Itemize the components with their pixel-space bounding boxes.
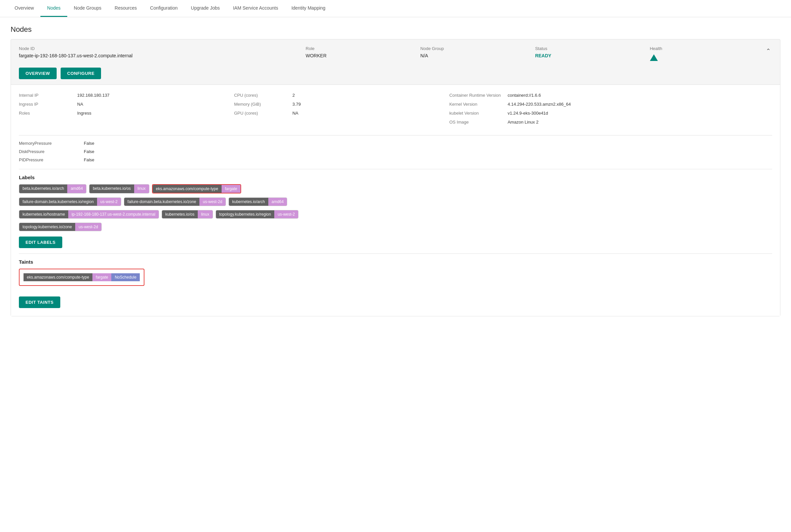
disk-pressure-row: DiskPressure False — [19, 149, 772, 154]
nav-iam-service-accounts[interactable]: IAM Service Accounts — [226, 0, 285, 17]
label-value-9: us-west-2d — [75, 223, 101, 231]
disk-pressure-label: DiskPressure — [19, 149, 78, 154]
kubelet-value: v1.24.9-eks-300e41d — [507, 111, 548, 116]
container-runtime-label: Container Runtime Version — [449, 93, 502, 98]
taint-effect: NoSchedule — [111, 273, 139, 281]
container-runtime-row: Container Runtime Version containerd://1… — [449, 93, 772, 98]
taints-section: eks.amazonaws.com/compute-type fargate N… — [19, 269, 144, 286]
internal-ip-label: Internal IP — [19, 93, 72, 98]
taints-title: Taints — [19, 259, 772, 265]
cpu-label: CPU (cores) — [234, 93, 287, 98]
labels-tags-row2: failure-domain.beta.kubernetes.io/region… — [19, 197, 772, 206]
label-key-8: topology.kubernetes.io/region — [216, 210, 275, 218]
collapse-button[interactable]: ⌃ — [765, 46, 772, 56]
label-key-4: failure-domain.beta.kubernetes.io/zone — [124, 198, 199, 206]
memory-row: Memory (GiB) 3.79 — [234, 102, 449, 107]
node-group-label: Node Group — [420, 46, 535, 51]
nav-upgrade-jobs[interactable]: Upgrade Jobs — [184, 0, 226, 17]
kernel-row: Kernel Version 4.14.294-220.533.amzn2.x8… — [449, 102, 772, 107]
label-key-6: kubernetes.io/hostname — [19, 210, 68, 218]
label-value-0: amd64 — [67, 185, 86, 193]
labels-tags-row4: topology.kubernetes.io/zone us-west-2d — [19, 223, 772, 231]
role-label: Role — [306, 46, 420, 51]
roles-label: Roles — [19, 111, 72, 116]
kubelet-label: kubelet Version — [449, 111, 502, 116]
taints-wrapper: eks.amazonaws.com/compute-type fargate N… — [19, 269, 772, 291]
memory-pressure-value: False — [84, 141, 94, 146]
label-key-5: kubernetes.io/arch — [229, 198, 268, 206]
node-header-cols: Node ID fargate-ip-192-168-180-137.us-we… — [19, 46, 765, 61]
node-header: Node ID fargate-ip-192-168-180-137.us-we… — [11, 39, 780, 68]
nav-nodes[interactable]: Nodes — [40, 0, 67, 17]
nav-overview[interactable]: Overview — [8, 0, 40, 17]
health-triangle-up — [650, 54, 658, 61]
os-value: Amazon Linux 2 — [507, 119, 538, 125]
label-value-1: linux — [134, 185, 149, 193]
label-value-7: linux — [198, 210, 213, 218]
kernel-value: 4.14.294-220.533.amzn2.x86_64 — [507, 102, 571, 107]
label-key-3: failure-domain.beta.kubernetes.io/region — [19, 198, 97, 206]
nav-node-groups[interactable]: Node Groups — [67, 0, 108, 17]
cpu-row: CPU (cores) 2 — [234, 93, 449, 98]
pid-pressure-value: False — [84, 157, 94, 162]
edit-labels-button[interactable]: EDIT LABELS — [19, 236, 62, 248]
labels-divider — [19, 253, 772, 254]
page-title: Nodes — [11, 25, 780, 34]
gpu-label: GPU (cores) — [234, 111, 287, 116]
configure-button[interactable]: CONFIGURE — [61, 68, 101, 79]
labels-tags-container: beta.kubernetes.io/arch amd64 beta.kuber… — [19, 184, 772, 193]
label-tag-4: failure-domain.beta.kubernetes.io/zone u… — [124, 197, 226, 206]
roles-row: Roles Ingress — [19, 111, 234, 116]
label-key-0: beta.kubernetes.io/arch — [19, 185, 67, 193]
pid-pressure-label: PIDPressure — [19, 157, 78, 162]
node-group-value: N/A — [420, 53, 535, 58]
status-value: READY — [535, 53, 650, 58]
memory-value: 3.79 — [292, 102, 301, 107]
taint-key: eks.amazonaws.com/compute-type — [23, 273, 92, 281]
os-row: OS Image Amazon Linux 2 — [449, 119, 772, 125]
health-icon — [650, 53, 765, 61]
labels-section: Labels beta.kubernetes.io/arch amd64 bet… — [19, 175, 772, 248]
nav-resources[interactable]: Resources — [108, 0, 143, 17]
taint-value: fargate — [92, 273, 111, 281]
ingress-ip-value: NA — [77, 102, 83, 107]
node-details: Internal IP 192.168.180.137 Ingress IP N… — [11, 84, 780, 316]
memory-label: Memory (GiB) — [234, 102, 287, 107]
status-col: Status READY — [535, 46, 650, 61]
label-tag-6: kubernetes.io/hostname ip-192-168-180-13… — [19, 210, 159, 218]
details-columns: Internal IP 192.168.180.137 Ingress IP N… — [19, 93, 772, 129]
internal-ip-row: Internal IP 192.168.180.137 — [19, 93, 234, 98]
overview-button[interactable]: OVERVIEW — [19, 68, 57, 79]
node-id-label: Node ID — [19, 46, 306, 51]
gpu-row: GPU (cores) NA — [234, 111, 449, 116]
gpu-value: NA — [292, 111, 298, 116]
health-col: Health — [650, 46, 765, 61]
status-label: Status — [535, 46, 650, 51]
label-key-2: eks.amazonaws.com/compute-type — [153, 185, 221, 193]
nav-identity-mapping[interactable]: Identity Mapping — [285, 0, 332, 17]
label-key-1: beta.kubernetes.io/os — [90, 185, 134, 193]
container-runtime-value: containerd://1.6.6 — [507, 93, 541, 98]
details-middle-col: CPU (cores) 2 Memory (GiB) 3.79 GPU (cor… — [234, 93, 449, 129]
labels-title: Labels — [19, 175, 772, 180]
details-left-col: Internal IP 192.168.180.137 Ingress IP N… — [19, 93, 234, 129]
labels-tags-row3: kubernetes.io/hostname ip-192-168-180-13… — [19, 210, 772, 218]
app-container: Overview Nodes Node Groups Resources Con… — [0, 0, 791, 532]
label-value-4: us-west-2d — [199, 198, 226, 206]
top-nav: Overview Nodes Node Groups Resources Con… — [0, 0, 791, 17]
taint-tag: eks.amazonaws.com/compute-type fargate N… — [23, 273, 140, 281]
label-tag-1: beta.kubernetes.io/os linux — [89, 184, 149, 193]
node-id-col: Node ID fargate-ip-192-168-180-137.us-we… — [19, 46, 306, 61]
health-label: Health — [650, 46, 765, 51]
nav-configuration[interactable]: Configuration — [143, 0, 184, 17]
ingress-ip-label: Ingress IP — [19, 102, 72, 107]
pressure-divider — [19, 169, 772, 169]
label-value-6: ip-192-168-180-137.us-west-2.compute.int… — [68, 210, 159, 218]
internal-ip-value: 192.168.180.137 — [77, 93, 110, 98]
edit-taints-button[interactable]: EDIT TAINTS — [19, 297, 60, 308]
pressure-section: MemoryPressure False DiskPressure False … — [19, 141, 772, 162]
label-tag-5: kubernetes.io/arch amd64 — [229, 197, 287, 206]
memory-pressure-label: MemoryPressure — [19, 141, 78, 146]
roles-value: Ingress — [77, 111, 92, 116]
label-tag-2: eks.amazonaws.com/compute-type fargate — [152, 184, 241, 193]
